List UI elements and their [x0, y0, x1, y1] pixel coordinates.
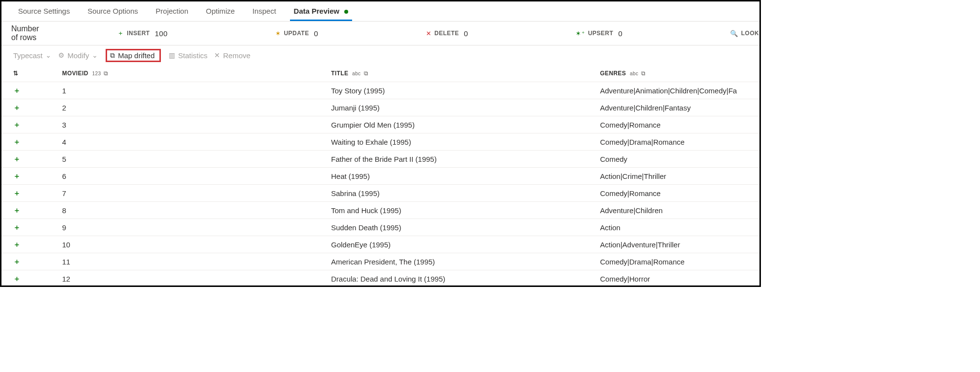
cell-movieid: 2 — [62, 104, 331, 112]
col-header-title[interactable]: TITLE abc ⧉ — [331, 70, 600, 77]
cell-title: Grumpier Old Men (1995) — [331, 121, 600, 129]
statistics-button[interactable]: ▥ Statistics — [169, 51, 207, 60]
cell-movieid: 1 — [62, 87, 331, 95]
cell-title: Dracula: Dead and Loving It (1995) — [331, 275, 600, 283]
counters-bar: Number of rows ＋ INSERT 100 ✶ UPDATE 0 ✕… — [1, 22, 759, 45]
table-row[interactable]: ＋5Father of the Bride Part II (1995)Come… — [1, 151, 759, 168]
chevron-down-icon: ⌄ — [45, 51, 51, 59]
upsert-icon: ✶⁺ — [576, 30, 585, 37]
cell-genres: Comedy — [600, 155, 748, 163]
cell-title: Father of the Bride Part II (1995) — [331, 155, 600, 163]
tab-source-settings[interactable]: Source Settings — [9, 1, 79, 21]
table-row[interactable]: ＋3Grumpier Old Men (1995)Comedy|Romance — [1, 116, 759, 133]
cell-title: Jumanji (1995) — [331, 104, 600, 112]
table-row[interactable]: ＋1Toy Story (1995)Adventure|Animation|Ch… — [1, 82, 759, 99]
table-row[interactable]: ＋2Jumanji (1995)Adventure|Children|Fanta… — [1, 99, 759, 116]
table-row[interactable]: ＋4Waiting to Exhale (1995)Comedy|Drama|R… — [1, 133, 759, 151]
plus-icon: ＋ — [13, 189, 21, 198]
map-drifted-icon: ⧉ — [110, 51, 115, 60]
plus-icon: ＋ — [13, 206, 21, 215]
cell-title: GoldenEye (1995) — [331, 241, 600, 249]
delete-counter: ✕ DELETE 0 — [426, 29, 468, 38]
rows-label: Number of rows — [11, 24, 39, 42]
cell-title: Waiting to Exhale (1995) — [331, 138, 600, 146]
table-body: ＋1Toy Story (1995)Adventure|Animation|Ch… — [1, 82, 759, 287]
column-menu-icon[interactable]: ⧉ — [104, 70, 108, 77]
plus-icon: ＋ — [13, 86, 21, 95]
column-menu-icon[interactable]: ⧉ — [364, 70, 368, 77]
cell-movieid: 4 — [62, 138, 331, 146]
highlight-annotation: ⧉ Map drifted — [106, 49, 161, 62]
table-row[interactable]: ＋11American President, The (1995)Comedy|… — [1, 253, 759, 270]
preview-toolbar: Typecast ⌄ ⚙ Modify ⌄ ⧉ Map drifted ▥ St… — [1, 45, 759, 65]
cell-movieid: 11 — [62, 258, 331, 266]
cell-title: Tom and Huck (1995) — [331, 206, 600, 215]
cell-genres: Action|Adventure|Thriller — [600, 241, 748, 249]
cell-title: Heat (1995) — [331, 172, 600, 180]
cell-title: American President, The (1995) — [331, 258, 600, 266]
search-icon: 🔍 — [730, 30, 738, 37]
cell-genres: Comedy|Drama|Romance — [600, 258, 748, 266]
cell-genres: Comedy|Romance — [600, 189, 748, 197]
asterisk-icon: ✶ — [275, 30, 281, 37]
column-menu-icon[interactable]: ⧉ — [641, 70, 646, 77]
status-dot-icon — [344, 10, 348, 14]
plus-icon: ＋ — [117, 29, 124, 38]
table-row[interactable]: ＋9Sudden Death (1995)Action — [1, 219, 759, 236]
tab-source-options[interactable]: Source Options — [79, 1, 147, 21]
lookup-counter: 🔍 LOOKUP 0 — [730, 29, 761, 38]
plus-icon: ＋ — [13, 103, 21, 112]
update-counter: ✶ UPDATE 0 — [275, 29, 318, 38]
cell-title: Sudden Death (1995) — [331, 223, 600, 232]
cell-title: Sabrina (1995) — [331, 189, 600, 197]
branch-icon: ⚙ — [58, 51, 65, 59]
plus-icon: ＋ — [13, 223, 21, 232]
cell-genres: Comedy|Horror — [600, 275, 748, 283]
cell-movieid: 7 — [62, 189, 331, 197]
table-row[interactable]: ＋7Sabrina (1995)Comedy|Romance — [1, 185, 759, 202]
modify-button[interactable]: ⚙ Modify ⌄ — [58, 51, 98, 60]
plus-icon: ＋ — [13, 240, 21, 249]
close-icon: ✕ — [214, 51, 220, 59]
table-row[interactable]: ＋8Tom and Huck (1995)Adventure|Children — [1, 202, 759, 219]
map-drifted-button[interactable]: ⧉ Map drifted — [110, 51, 155, 60]
chart-icon: ▥ — [169, 51, 175, 59]
upsert-counter: ✶⁺ UPSERT 0 — [576, 29, 623, 38]
sort-icon[interactable]: ⇅ — [13, 70, 18, 77]
cell-genres: Comedy|Drama|Romance — [600, 138, 748, 146]
cell-movieid: 3 — [62, 121, 331, 129]
cell-genres: Action — [600, 223, 748, 232]
insert-counter: ＋ INSERT 100 — [117, 29, 168, 38]
table-row[interactable]: ＋12Dracula: Dead and Loving It (1995)Com… — [1, 270, 759, 287]
col-header-movieid[interactable]: MOVIEID 123 ⧉ — [62, 70, 331, 77]
cell-movieid: 12 — [62, 275, 331, 283]
plus-icon: ＋ — [13, 154, 21, 164]
cell-genres: Action|Crime|Thriller — [600, 172, 748, 180]
table-row[interactable]: ＋10GoldenEye (1995)Action|Adventure|Thri… — [1, 236, 759, 253]
typecast-button[interactable]: Typecast ⌄ — [13, 51, 51, 60]
cell-movieid: 5 — [62, 155, 331, 163]
remove-button[interactable]: ✕ Remove — [214, 51, 250, 60]
cell-genres: Adventure|Children — [600, 206, 748, 215]
tab-projection[interactable]: Projection — [147, 1, 197, 21]
plus-icon: ＋ — [13, 257, 21, 266]
x-icon: ✕ — [426, 30, 432, 37]
cell-genres: Adventure|Children|Fantasy — [600, 104, 748, 112]
plus-icon: ＋ — [13, 172, 21, 181]
tab-inspect[interactable]: Inspect — [244, 1, 285, 21]
tab-bar: Source Settings Source Options Projectio… — [1, 1, 759, 22]
cell-movieid: 9 — [62, 223, 331, 232]
cell-movieid: 8 — [62, 206, 331, 215]
table-row[interactable]: ＋6Heat (1995)Action|Crime|Thriller — [1, 168, 759, 185]
cell-title: Toy Story (1995) — [331, 87, 600, 95]
cell-movieid: 6 — [62, 172, 331, 180]
cell-genres: Comedy|Romance — [600, 121, 748, 129]
tab-data-preview[interactable]: Data Preview — [285, 1, 357, 21]
col-header-genres[interactable]: GENRES abc ⧉ — [600, 70, 748, 77]
tab-optimize[interactable]: Optimize — [197, 1, 244, 21]
chevron-down-icon: ⌄ — [92, 51, 98, 59]
cell-genres: Adventure|Animation|Children|Comedy|Fa — [600, 87, 748, 95]
table-header: ⇅ MOVIEID 123 ⧉ TITLE abc ⧉ GENRES abc ⧉ — [1, 65, 759, 82]
cell-movieid: 10 — [62, 241, 331, 249]
plus-icon: ＋ — [13, 120, 21, 130]
